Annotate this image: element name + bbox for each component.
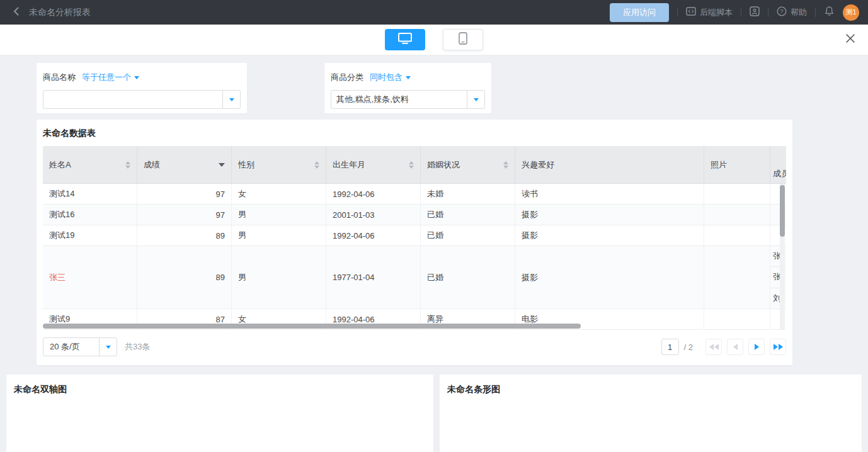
column-header-photo[interactable]: 照片	[704, 146, 770, 183]
sort-icon[interactable]	[503, 161, 508, 169]
help-button[interactable]: ? 帮助	[777, 6, 807, 18]
data-table: 姓名A 成绩 性别 出生年月 婚姻状况 兴趣爱好	[43, 146, 786, 330]
column-header-gender[interactable]: 性别	[232, 146, 326, 183]
chevron-down-icon	[229, 98, 234, 101]
notification-button[interactable]	[824, 6, 835, 19]
top-bar: 未命名分析报表 应用访问 后端脚本 ? 帮助 测1	[0, 0, 868, 25]
first-page-button[interactable]	[705, 339, 722, 355]
cell-score: 89	[137, 246, 232, 308]
operator-label: 同时包含	[370, 72, 403, 83]
cell-birth: 1992-04-06	[326, 184, 421, 204]
dropdown-toggle[interactable]	[99, 338, 117, 356]
preview-toolbar	[0, 25, 868, 55]
table-header-row: 姓名A 成绩 性别 出生年月 婚姻状况 兴趣爱好	[43, 146, 786, 184]
column-header-score[interactable]: 成绩	[137, 146, 232, 183]
divider	[677, 8, 678, 17]
question-circle-icon: ?	[777, 6, 787, 18]
page-size-select[interactable]: 20 条/页	[43, 337, 117, 356]
chart-title: 未命名条形图	[440, 375, 862, 405]
cell-score: 89	[137, 225, 232, 246]
user-avatar[interactable]: 测1	[843, 4, 859, 21]
bar-chart-card: 未命名条形图	[440, 375, 862, 452]
vertical-scrollbar-thumb[interactable]	[780, 185, 785, 237]
mobile-view-button[interactable]	[443, 29, 483, 50]
cell-birth: 1992-04-06	[326, 225, 421, 246]
sort-desc-icon[interactable]	[219, 163, 225, 167]
column-header-name[interactable]: 姓名A	[43, 146, 137, 183]
sort-icon[interactable]	[125, 161, 130, 169]
column-label: 姓名A	[49, 159, 71, 171]
close-button[interactable]	[843, 32, 858, 47]
double-chevron-left-icon	[714, 344, 719, 350]
chevron-left-icon	[733, 344, 738, 350]
cell-name-link[interactable]: 张三	[43, 246, 137, 308]
user-square-icon	[750, 6, 760, 19]
cell-photo	[704, 309, 770, 329]
column-label: 成绩	[144, 159, 160, 171]
horizontal-scrollbar[interactable]	[43, 324, 581, 329]
cell-name: 测试14	[43, 184, 137, 204]
filter-card-product-name: 商品名称 等于任意一个	[37, 63, 247, 113]
double-chevron-left-icon	[709, 344, 714, 350]
column-label: 兴趣爱好	[522, 159, 554, 171]
sort-icon[interactable]	[314, 161, 319, 169]
column-header-marital[interactable]: 婚姻状况	[421, 146, 515, 183]
page-count: / 2	[684, 342, 693, 352]
column-label: 成员	[773, 168, 786, 179]
pagination-bar: 20 条/页 共33条 1 / 2	[43, 337, 786, 356]
cell-gender: 男	[232, 225, 326, 246]
cell-photo	[704, 205, 770, 225]
backend-script-button[interactable]: 后端脚本	[686, 7, 733, 18]
filter-value: 其他,糕点,辣条,饮料	[331, 91, 467, 108]
cell-birth: 2001-01-03	[326, 205, 421, 225]
cell-photo	[704, 246, 770, 308]
backend-script-label: 后端脚本	[700, 7, 733, 18]
chevron-down-icon	[134, 76, 139, 79]
cell-photo	[704, 225, 770, 246]
cell-name: 测试16	[43, 205, 137, 225]
chevron-right-icon	[755, 344, 759, 350]
prev-page-button[interactable]	[727, 339, 743, 355]
cell-photo	[704, 184, 770, 204]
cell-marital: 未婚	[421, 184, 515, 204]
cell-marital: 已婚	[421, 205, 515, 225]
svg-text:?: ?	[780, 8, 783, 14]
last-page-button[interactable]	[770, 339, 786, 355]
dropdown-toggle[interactable]	[222, 91, 240, 108]
column-label: 出生年月	[333, 159, 365, 171]
cell-hobby: 摄影	[515, 246, 704, 308]
topbar-actions: 应用访问 后端脚本 ? 帮助 测1	[610, 3, 859, 22]
column-header-hobby[interactable]: 兴趣爱好	[515, 146, 704, 183]
vertical-scrollbar[interactable]	[780, 184, 785, 330]
cell-score: 97	[137, 205, 232, 225]
divider	[815, 8, 816, 17]
page-number-input[interactable]: 1	[661, 339, 679, 355]
filter-value-input[interactable]: 其他,糕点,辣条,饮料	[331, 90, 485, 109]
back-button[interactable]	[9, 5, 24, 20]
next-page-button[interactable]	[748, 339, 765, 355]
filter-value-input[interactable]	[43, 90, 241, 109]
filter-label: 商品分类	[331, 72, 363, 83]
filter-operator-dropdown[interactable]: 同时包含	[370, 72, 411, 83]
operator-label: 等于任意一个	[82, 72, 131, 83]
code-box-icon	[686, 7, 696, 18]
bell-icon	[824, 6, 835, 19]
column-header-members[interactable]: 成员	[770, 146, 786, 183]
divider	[768, 8, 768, 17]
data-table-card: 未命名数据表 姓名A 成绩 性别 出生年月 婚姻状况	[37, 120, 792, 365]
close-icon	[845, 33, 856, 47]
cell-hobby: 读书	[515, 184, 704, 204]
dropdown-toggle[interactable]	[467, 91, 484, 108]
table-row: 张三 89 男 1977-01-04 已婚 摄影 张 张 刘	[43, 246, 786, 309]
chevron-down-icon	[406, 76, 411, 79]
app-access-button[interactable]: 应用访问	[610, 3, 669, 22]
desktop-view-button[interactable]	[385, 29, 425, 50]
filter-label: 商品名称	[43, 72, 76, 83]
sort-icon[interactable]	[409, 161, 414, 169]
filter-value	[43, 91, 222, 108]
user-square-button[interactable]	[750, 6, 760, 19]
device-toggle	[385, 29, 483, 50]
column-header-birth[interactable]: 出生年月	[326, 146, 421, 183]
filter-operator-dropdown[interactable]: 等于任意一个	[82, 72, 139, 83]
help-label: 帮助	[791, 7, 807, 18]
